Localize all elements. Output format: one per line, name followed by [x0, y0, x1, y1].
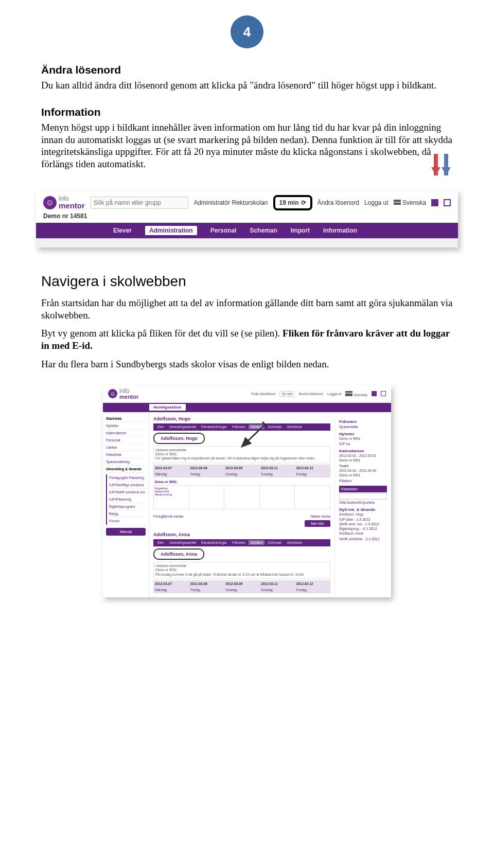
dash-fullscreen-icon[interactable] — [381, 391, 386, 396]
print-icon[interactable] — [431, 199, 438, 206]
week-unit: Demo nr 9991: — [155, 480, 329, 484]
r-txt: Demo nr 9991 — [339, 473, 387, 477]
dashboard-screenshot: ☺ infomentor Felix Adolfsson 10 min Ändr… — [103, 385, 391, 598]
tab2-scheman[interactable]: Scheman — [266, 540, 284, 545]
infomentor-banner-screenshot: ☺ infomentor Administratör Rektorskolan … — [36, 190, 458, 247]
menu-item-scheman[interactable]: Scheman — [250, 227, 277, 234]
student1-name: Adolfsson, Hugo — [153, 416, 330, 421]
comment-text: För sjukanmälan ring in expeditionen på … — [155, 456, 328, 460]
paragraph-nav-1: Från startsidan har du möjlighet att ta … — [41, 297, 453, 322]
wk2-day: Onsdag — [224, 587, 260, 593]
side-sjukanmalning[interactable]: Sjukanmälning — [106, 458, 146, 466]
r-txt: 2012-04-02 - 2012-04-06 — [339, 469, 387, 473]
tab2-anteck[interactable]: Elevanteckningar — [199, 540, 229, 545]
tab2-arbetsbok[interactable]: Arbetsbok — [285, 540, 304, 545]
r-link[interactable]: Skrift omdöme - 3.1.2012 — [339, 537, 387, 541]
r-link[interactable]: Åtgärdsprog. - 4.1.2012 — [339, 527, 387, 530]
menu-item-elever[interactable]: Elever — [113, 227, 132, 234]
dash-logout[interactable]: Logga ut — [327, 392, 341, 396]
side-iup3[interactable]: IUP/Planering — [109, 496, 146, 503]
side-nyheter[interactable]: Nyheter — [106, 422, 146, 430]
change-password-link[interactable]: Ändra lösenord — [317, 199, 359, 206]
tab2-franvaro[interactable]: Frånvaro — [230, 540, 248, 545]
menu-item-administration[interactable]: Administration — [145, 226, 197, 235]
student2-name: Adolfsson, Anna — [153, 532, 330, 537]
side-lankar[interactable]: Länkar — [106, 444, 146, 451]
tab2-omdom[interactable]: Omdöm — [249, 540, 264, 545]
side-startsida[interactable]: Startsida — [106, 415, 146, 422]
r-txt: Demo nr 9991 — [339, 437, 387, 441]
logout-link[interactable]: Logga ut — [364, 199, 389, 206]
swedish-flag-icon — [394, 200, 401, 205]
sidebar: Startsida Nyheter Kalendarium Personal L… — [103, 412, 149, 598]
prev-week-link[interactable]: Föregående vecka — [153, 515, 183, 518]
menu-item-import[interactable]: Import — [291, 227, 310, 234]
side-iup2[interactable]: IUP/Skrift omdöme lov — [109, 489, 146, 496]
next-week-link[interactable]: Nästa vecka — [310, 515, 330, 518]
tab-anteck[interactable]: Elevanteckningar — [199, 424, 229, 429]
wk2-date: 2012-03-09 — [224, 581, 260, 587]
callout-student2: Adolfsson, Anna — [153, 548, 204, 560]
wk-day: Onsdag — [224, 471, 260, 477]
paragraph-nav-2: Byt vy genom att klicka på fliken för de… — [41, 327, 453, 352]
dash-logo: ☺ infomentor — [108, 388, 138, 400]
svg-line-0 — [242, 424, 265, 447]
r-sjukanmala[interactable]: Sjukanmäla — [339, 425, 387, 429]
more-info-button[interactable]: Mer info — [305, 520, 330, 527]
logo-text-bottom: mentor — [59, 202, 85, 209]
dash-print-icon[interactable] — [372, 391, 377, 396]
fullscreen-icon[interactable] — [444, 199, 451, 206]
language-selector[interactable]: Svenska — [394, 199, 426, 206]
menu-item-information[interactable]: Information — [323, 227, 357, 234]
r-search-input[interactable] — [339, 493, 387, 500]
callout-student1: Adolfsson, Hugo — [153, 433, 205, 444]
side-betyg[interactable]: Betyg — [109, 510, 146, 518]
paragraph-nav-3: Har du flera barn i Sundbybergs stads sk… — [41, 358, 453, 370]
side-pp[interactable]: Pedagogisk Planering — [109, 474, 146, 482]
tab-utv[interactable]: Utvecklingssamtal — [167, 424, 198, 429]
dash-logo-top: info — [119, 388, 138, 394]
tab-elev[interactable]: Elev — [155, 424, 166, 429]
search-input[interactable] — [90, 197, 189, 209]
side-group-head[interactable]: Utveckling & lärande — [106, 466, 146, 473]
side-atgard[interactable]: Åtgärdsprogram — [109, 503, 146, 510]
wk2-day: Måndag — [154, 587, 189, 593]
r-link[interactable]: Sök/Justera/Exportera — [339, 501, 387, 504]
side-personal[interactable]: Personal — [106, 437, 146, 444]
page-number-badge: 4 — [231, 15, 263, 48]
dash-lang[interactable]: Svenska — [345, 391, 367, 397]
tab2-utv[interactable]: Utvecklingssamtal — [167, 540, 198, 545]
wk2-date: 2012-03-11 — [259, 581, 295, 587]
side-klasslista[interactable]: Klasslista — [106, 451, 146, 458]
heading-information: Information — [41, 106, 453, 118]
r-link[interactable]: IUP-plan - 1.9.2012 — [339, 518, 387, 521]
r-link[interactable]: IUP nu — [339, 442, 387, 446]
side-iup1[interactable]: IUP/Skriftligt omdöme — [109, 482, 146, 489]
r-link[interactable]: Skrift omd. lov - 1.9.2012 — [339, 522, 387, 526]
wk-date: 2012-03-07 — [154, 465, 189, 471]
wk2-day: Fredag — [295, 587, 330, 593]
week-cell — [295, 485, 330, 509]
r-link[interactable]: Teater — [339, 464, 387, 468]
tab2-elev[interactable]: Elev — [155, 540, 166, 545]
infomentor-logo: ☺ infomentor — [43, 196, 85, 209]
wk-date: 2012-03-11 — [259, 465, 295, 471]
dash-timer: 10 min — [279, 391, 294, 397]
comment2-text: På onsdag kommer vi att gå på teater. Vi… — [155, 573, 328, 577]
tab-scheman[interactable]: Scheman — [266, 424, 284, 429]
wk-day: Tisdag — [189, 471, 224, 477]
r-txt: Adolfsson, Anna — [339, 532, 387, 536]
heading-change-password: Ändra lösenord — [41, 64, 453, 76]
side-kalendarium[interactable]: Kalendarium — [106, 430, 146, 437]
search-container — [90, 197, 189, 209]
r-link[interactable]: Påsklov — [339, 479, 387, 483]
wk2-date: 2012-03-08 — [189, 581, 224, 587]
menu-item-personal[interactable]: Personal — [210, 227, 237, 234]
r-kalendarium: Kalendarium — [339, 449, 387, 453]
tab-arbetsbok[interactable]: Arbetsbok — [285, 424, 304, 429]
dash-menu-active[interactable]: Hemligsektion — [149, 404, 186, 411]
week-table-1: 2012-03-07 2012-03-08 2012-03-09 2012-03… — [153, 465, 330, 509]
side-forum[interactable]: Forum — [109, 518, 146, 525]
dash-change-pw[interactable]: Ändra lösenord — [298, 392, 323, 396]
manual-button[interactable]: Manual — [106, 528, 146, 536]
